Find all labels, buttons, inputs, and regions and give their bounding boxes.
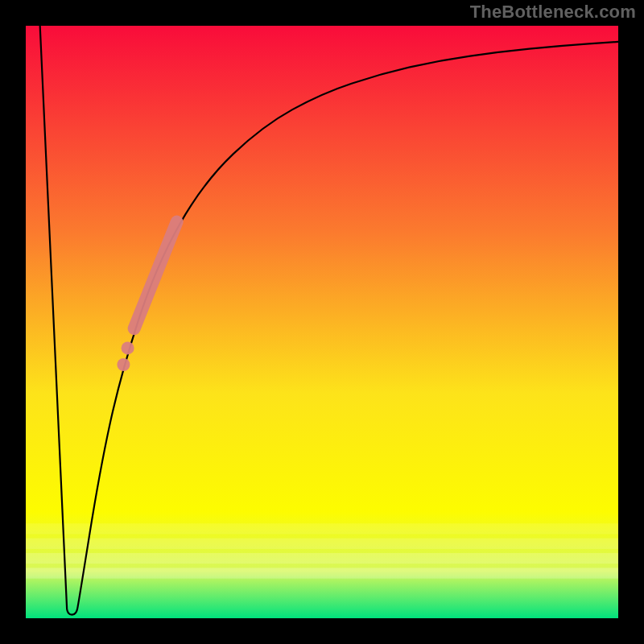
svg-rect-5 [26,553,618,564]
highlighted-dot-1 [117,358,130,371]
svg-rect-6 [26,568,618,578]
svg-rect-3 [26,523,618,534]
highlighted-dot-0 [122,341,134,354]
bottleneck-chart [0,0,644,644]
attribution-text: TheBottleneck.com [470,2,636,23]
svg-rect-4 [26,539,618,549]
chart-frame: TheBottleneck.com [0,0,644,644]
